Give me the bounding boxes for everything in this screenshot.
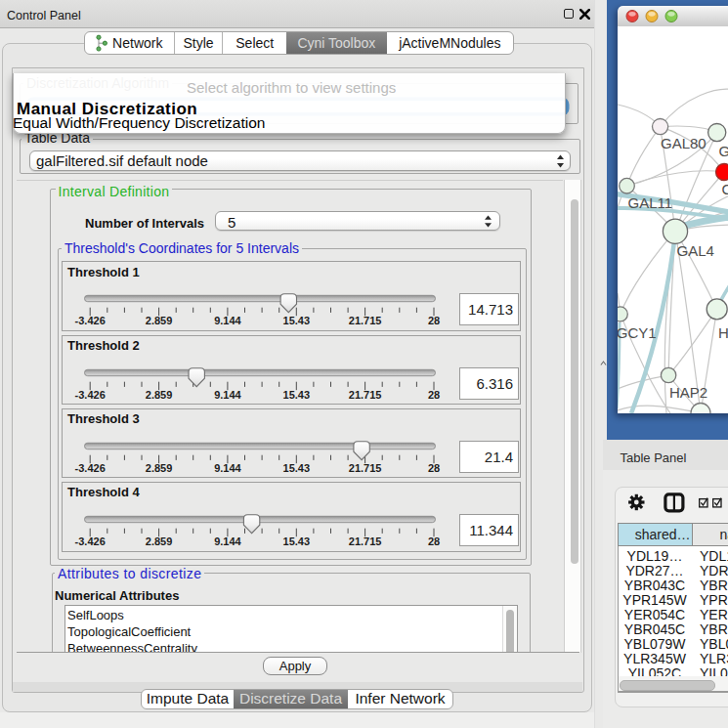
svg-text:-3.426: -3.426: [74, 315, 105, 326]
svg-text:9.144: 9.144: [214, 388, 241, 400]
svg-text:-3.426: -3.426: [74, 535, 105, 547]
svg-text:GAL4: GAL4: [677, 242, 714, 259]
svg-text:GA: GA: [719, 143, 728, 159]
svg-text:9.144: 9.144: [214, 461, 241, 473]
svg-text:28: 28: [427, 388, 439, 400]
svg-text:15.43: 15.43: [282, 388, 310, 400]
svg-text:2.859: 2.859: [145, 388, 172, 400]
svg-text:28: 28: [427, 315, 439, 326]
svg-text:21.715: 21.715: [348, 388, 381, 400]
svg-text:9.144: 9.144: [214, 535, 241, 547]
svg-text:2.859: 2.859: [145, 315, 172, 326]
svg-text:GAL80: GAL80: [661, 135, 707, 151]
svg-text:CD: CD: [722, 181, 728, 197]
svg-text:-3.426: -3.426: [74, 388, 105, 400]
svg-text:15.43: 15.43: [282, 315, 310, 326]
svg-text:28: 28: [427, 535, 439, 547]
svg-text:21.715: 21.715: [348, 535, 381, 547]
svg-text:HI: HI: [718, 324, 728, 341]
svg-text:2.859: 2.859: [145, 535, 172, 547]
svg-text:15.43: 15.43: [282, 535, 310, 547]
svg-text:2.859: 2.859: [145, 461, 172, 473]
svg-text:GCY1: GCY1: [618, 324, 657, 341]
svg-text:15.43: 15.43: [282, 461, 310, 473]
svg-text:9.144: 9.144: [214, 315, 241, 326]
svg-text:21.715: 21.715: [348, 461, 381, 473]
svg-text:GAL11: GAL11: [628, 194, 673, 211]
svg-text:HAP2: HAP2: [669, 384, 707, 401]
svg-text:28: 28: [427, 461, 439, 473]
svg-text:21.715: 21.715: [348, 315, 381, 326]
svg-text:-3.426: -3.426: [74, 461, 105, 473]
